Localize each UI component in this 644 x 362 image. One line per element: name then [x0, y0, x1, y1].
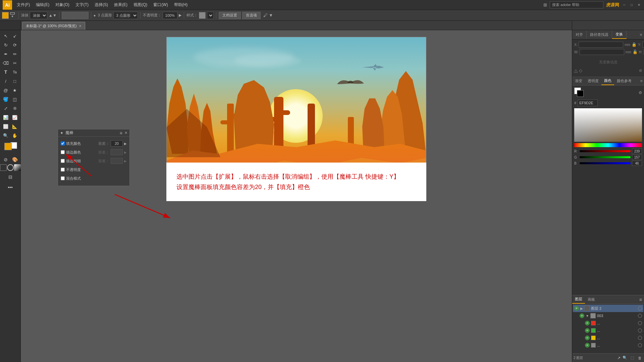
color-icon[interactable]: 🎨	[10, 155, 19, 164]
spiral-tool[interactable]: @	[1, 86, 10, 95]
transform-tool[interactable]: ⤢	[1, 104, 10, 113]
b-slider[interactable]	[580, 162, 631, 164]
sublayer-red-target[interactable]	[638, 321, 642, 325]
sublayer-red-visibility[interactable]: 👁	[585, 321, 590, 325]
color-guide-tab[interactable]: 颜色参考	[614, 77, 634, 85]
eraser-tool[interactable]: ⌫	[1, 59, 10, 67]
layer003-target[interactable]	[638, 314, 642, 318]
stroke-color-checkbox[interactable]	[61, 150, 65, 154]
color-spectrum-bar[interactable]	[574, 143, 642, 147]
b-input[interactable]	[632, 161, 642, 166]
stroke-tolerance-input[interactable]	[111, 149, 123, 155]
sublayer-yellow-target[interactable]	[638, 336, 642, 340]
symbol-tool[interactable]: ❊	[10, 104, 19, 113]
hex-input[interactable]	[578, 100, 598, 106]
brush-select[interactable]: 涂抹	[30, 12, 47, 19]
rect-tool[interactable]: □	[10, 77, 19, 85]
selection-tool[interactable]: ↖	[1, 32, 10, 40]
touch-type-tool[interactable]: Ta	[10, 68, 19, 76]
blend-mode-checkbox[interactable]	[61, 176, 65, 180]
black-swatch[interactable]	[577, 90, 584, 97]
pathfinder-tab[interactable]: 路径查找器	[587, 31, 612, 39]
bar-chart-tool[interactable]: 📊	[1, 113, 10, 122]
menu-edit[interactable]: 编辑(E)	[33, 1, 52, 8]
r-slider[interactable]	[580, 150, 631, 152]
g-slider[interactable]	[580, 156, 631, 158]
menu-type[interactable]: 文字(T)	[73, 1, 91, 8]
hand-tool[interactable]: ✋	[10, 131, 19, 140]
window-close-btn[interactable]: ✕	[637, 3, 641, 7]
style-select[interactable]	[207, 12, 214, 19]
panel-close-btn[interactable]: ✕	[124, 131, 127, 135]
wh-lock-icon[interactable]: 🔓	[633, 50, 638, 54]
layer2-visibility[interactable]: 👁	[574, 306, 579, 311]
right-panel-close[interactable]: ✕	[638, 31, 644, 39]
fill-square[interactable]	[0, 164, 7, 171]
layers-delete-btn[interactable]: 🗑	[637, 355, 643, 361]
transform-more[interactable]: ⊘	[639, 68, 642, 73]
stroke-tolerance-arrow[interactable]: ▶	[124, 150, 127, 154]
sublayer-yellow-visibility[interactable]: 👁	[585, 336, 590, 340]
artboard-tab[interactable]: 画板	[585, 296, 598, 303]
pen-tool[interactable]: ✒	[1, 50, 10, 58]
points-select[interactable]: 3 点圆形	[113, 12, 138, 19]
sublayer-gray[interactable]: 👁 ...	[573, 342, 643, 349]
prefs-btn[interactable]: 首选项	[242, 12, 261, 19]
layer003-visibility[interactable]: 👁	[580, 313, 584, 318]
paintbucket-tool[interactable]: 🪣	[1, 95, 10, 104]
fill-color-checkbox[interactable]	[61, 141, 65, 145]
fill-tolerance-input[interactable]	[111, 140, 123, 146]
artboard-tool[interactable]: ⬜	[1, 122, 10, 131]
screen-mode-icon[interactable]: ⊟	[6, 173, 15, 181]
fill-color-swatch[interactable]	[2, 12, 9, 19]
menu-effect[interactable]: 效果(E)	[111, 1, 130, 8]
r-input[interactable]	[632, 148, 642, 154]
menu-select[interactable]: 选择(S)	[92, 1, 111, 8]
document-tab[interactable]: 未标题-1* @ 100% (RGB/预览) ✕	[22, 22, 85, 30]
direct-select-tool[interactable]: ↙	[10, 32, 19, 40]
zoom-tool[interactable]: 🔍	[1, 131, 10, 140]
color-panel-menu[interactable]: ≡	[639, 77, 644, 85]
stroke-weight-arrow[interactable]: ▶	[124, 159, 127, 163]
sublayer-gray-visibility[interactable]: 👁	[585, 343, 590, 348]
sublayer-green-target[interactable]	[638, 328, 642, 333]
menu-help[interactable]: 帮助(H)	[171, 1, 191, 8]
layers-new-btn[interactable]: ⬚	[629, 355, 635, 361]
sublayer-gray-target[interactable]	[638, 343, 642, 347]
sublayer-green[interactable]: 👁 ...	[573, 327, 643, 334]
menu-view[interactable]: 视图(Q)	[131, 1, 150, 8]
layer2-expand[interactable]: ▶	[580, 307, 583, 310]
transform-tab[interactable]: 变换	[612, 31, 627, 39]
scissors-tool[interactable]: ✂	[10, 59, 19, 67]
layers-tab[interactable]: 图层	[572, 295, 585, 304]
layer2-item[interactable]: 👁 ▶ 图层 2	[573, 305, 643, 312]
menu-window[interactable]: 窗口(W)	[151, 1, 170, 8]
transform-icon-2[interactable]: ◇	[579, 68, 582, 73]
none-color[interactable]: ⊘	[1, 155, 10, 164]
stroke-weight-input[interactable]	[111, 158, 123, 164]
doc-settings-btn[interactable]: 文档设置	[219, 12, 241, 19]
type-tool[interactable]: T	[1, 68, 10, 76]
color-tab[interactable]: 颜色	[601, 77, 614, 85]
layer003-expand[interactable]: ▼	[586, 314, 589, 318]
gradient-tool[interactable]: ◫	[10, 95, 19, 104]
y-input[interactable]	[642, 42, 644, 48]
layer003-item[interactable]: 👁 ▼ 003	[573, 312, 643, 319]
menu-file[interactable]: 文件(F)	[14, 1, 33, 8]
star-tool[interactable]: ★	[10, 86, 19, 95]
window-min-btn[interactable]: ─	[622, 3, 627, 7]
opacity-arrow[interactable]: ▶	[179, 13, 181, 17]
panel-options-icon[interactable]: ≡	[120, 130, 122, 136]
layers-menu-icon[interactable]: ≡	[637, 297, 644, 302]
pencil-tool[interactable]: ✏	[10, 50, 19, 58]
search-box[interactable]: 搜索 adobe 帮助	[550, 1, 603, 8]
opacity-input[interactable]	[163, 12, 177, 19]
toolbar-width-arrows[interactable]: ▲▼	[49, 13, 57, 18]
more-tools[interactable]: •••	[6, 183, 15, 192]
g-input[interactable]	[632, 155, 642, 160]
fg-color-swatch[interactable]	[4, 143, 12, 150]
fill-tolerance-arrow[interactable]: ▶	[124, 142, 127, 145]
layer2-target[interactable]	[638, 306, 642, 310]
layers-locate-btn[interactable]: ↗	[617, 356, 621, 360]
color-options-icon[interactable]: ⊘	[639, 90, 642, 95]
